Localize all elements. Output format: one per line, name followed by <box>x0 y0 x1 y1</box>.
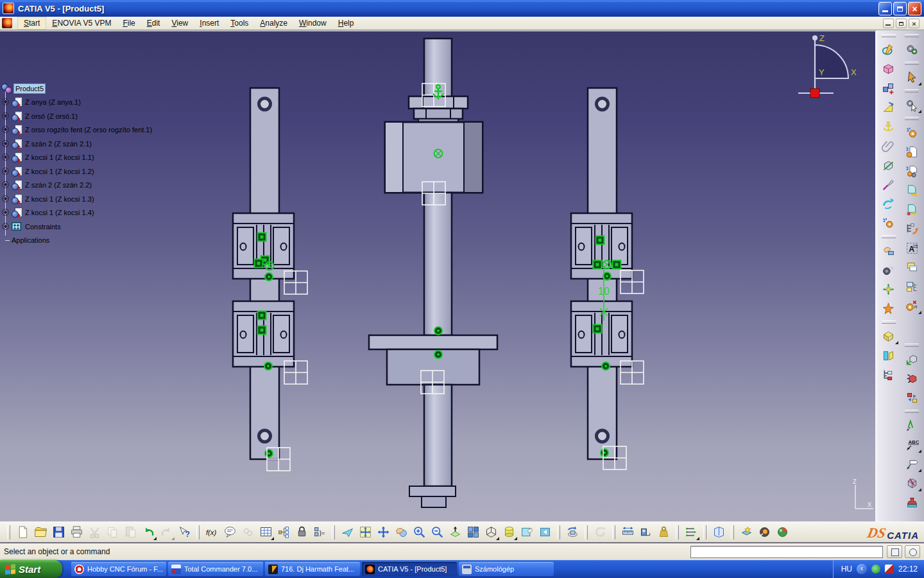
manipulation-icon[interactable] <box>878 241 899 260</box>
language-indicator[interactable]: HU <box>841 565 852 574</box>
start-button[interactable]: Start <box>0 560 62 578</box>
power-input-field[interactable] <box>690 546 883 558</box>
existing-component-positioned-icon[interactable] <box>902 200 922 219</box>
tree-item-z-kocsi-1-2[interactable]: Z kocsi 1 (Z kocsi 1.2) <box>24 167 96 176</box>
part-icon[interactable] <box>12 152 22 162</box>
fix-constraint-icon[interactable] <box>878 117 899 136</box>
formula-icon[interactable] <box>203 523 221 541</box>
restore-button[interactable] <box>893 2 907 15</box>
right-rail-assembly[interactable] <box>571 88 632 459</box>
tree-item-z-kocsi-1-3[interactable]: Z kocsi 1 (Z kocsi 1.3) <box>24 195 96 204</box>
expand-plus-icon[interactable] <box>2 98 9 105</box>
undo-icon[interactable] <box>139 523 157 541</box>
tree-item-applications[interactable]: Applications <box>10 236 51 245</box>
toolbar-separator[interactable] <box>703 525 706 539</box>
tree-item-z-kocsi-1-4[interactable]: Z kocsi 1 (Z kocsi 1.4) <box>24 208 96 217</box>
scene-graph-icon[interactable] <box>878 365 899 384</box>
taskbar-task-catia[interactable]: CATIA V5 - [Product5] <box>362 562 457 576</box>
taskbar-task-opera[interactable]: Hobby CNC Fórum - F... <box>71 562 166 576</box>
tree-item-z-orso-rogzito-fent[interactable]: Z orso rogzíto fent (Z orso rogzíto fent… <box>24 125 153 134</box>
relations-icon[interactable] <box>275 523 293 541</box>
normal-view-icon[interactable] <box>446 523 464 541</box>
mdi-close-button[interactable]: × <box>909 19 920 28</box>
toolbar-separator[interactable] <box>585 525 588 539</box>
swap-visible-space-icon[interactable] <box>536 523 554 541</box>
toolbar-separator[interactable] <box>882 235 896 238</box>
menu-insert[interactable]: Insert <box>194 17 225 29</box>
offset-dimension-label[interactable]: 10 <box>598 286 610 297</box>
hide-icons-chevron-icon[interactable]: ‹ <box>857 564 867 574</box>
hide-show-icon[interactable] <box>518 523 536 541</box>
multi-view-icon[interactable] <box>464 523 482 541</box>
comment-icon[interactable] <box>221 523 239 541</box>
part-icon[interactable] <box>12 111 22 121</box>
toolbar-separator[interactable] <box>557 525 560 539</box>
toolbar-separator[interactable] <box>905 34 919 37</box>
toolbar-separator[interactable] <box>905 89 919 92</box>
menu-help[interactable]: Help <box>332 17 360 29</box>
expand-plus-icon[interactable] <box>2 195 9 202</box>
explode-icon[interactable] <box>878 279 899 299</box>
whats-this-icon[interactable] <box>175 523 193 541</box>
toolbar-separator[interactable] <box>882 34 896 37</box>
rotate-icon[interactable] <box>392 523 410 541</box>
translate-component-icon[interactable] <box>902 369 922 388</box>
menu-file[interactable]: File <box>117 17 141 29</box>
tray-icon-green[interactable] <box>871 565 880 574</box>
measure-between-icon[interactable] <box>619 523 637 541</box>
part-icon[interactable] <box>12 97 22 107</box>
sectioning-icon[interactable] <box>902 473 922 493</box>
clock[interactable]: 22:12 <box>898 565 918 574</box>
flag-note-icon[interactable] <box>902 454 922 473</box>
toolbar-separator[interactable] <box>196 525 200 539</box>
taskbar-task-winamp[interactable]: 716. Dj Harmath Feat... <box>265 562 360 576</box>
view-compass[interactable]: Z Y X <box>798 33 857 98</box>
axis-system-icon[interactable] <box>902 349 922 369</box>
constraints-list-icon[interactable] <box>682 523 700 541</box>
menu-start[interactable]: Start <box>17 17 46 30</box>
expand-plus-icon[interactable] <box>2 126 9 133</box>
expand-plus-icon[interactable] <box>2 153 9 161</box>
expand-plus-icon[interactable] <box>2 168 9 175</box>
catalog-browser-icon[interactable] <box>710 523 728 541</box>
tree-item-constraints[interactable]: Constraints <box>24 222 62 231</box>
save-icon[interactable] <box>49 523 67 541</box>
taskbar-task-calc[interactable]: Számológép <box>459 562 554 576</box>
tree-item-z-anya[interactable]: Z anya (Z anya.1) <box>24 98 82 107</box>
update-all-icon[interactable] <box>902 40 922 59</box>
menu-edit[interactable]: Edit <box>141 17 166 29</box>
graph-tree-reordering-icon[interactable] <box>902 219 922 238</box>
existing-component-icon[interactable] <box>902 180 922 200</box>
isometric-view-icon[interactable] <box>482 523 500 541</box>
titlebar[interactable]: CATIA V5 - [Product5] × <box>0 0 924 17</box>
new-product-icon[interactable] <box>902 161 922 180</box>
scene-panel-icon[interactable] <box>878 346 899 365</box>
change-constraint-icon[interactable] <box>878 194 899 213</box>
select-icon[interactable] <box>902 67 922 87</box>
component-instantiation-icon[interactable] <box>878 78 899 98</box>
new-component-icon[interactable] <box>902 123 922 142</box>
measure-item-icon[interactable] <box>637 523 654 541</box>
tree-item-z-orso[interactable]: Z orsó (Z orsó.1) <box>24 112 79 121</box>
mdi-minimize-button[interactable] <box>883 19 894 28</box>
fit-all-in-icon[interactable] <box>356 523 374 541</box>
toolbar-separator[interactable] <box>332 525 335 539</box>
part-icon[interactable] <box>12 194 22 204</box>
measure-angle-tool-icon[interactable] <box>902 416 922 435</box>
product-root-icon[interactable] <box>1 83 12 93</box>
equivalent-dimensions-icon[interactable] <box>311 523 329 541</box>
coincidence-constraint-icon[interactable] <box>878 136 899 155</box>
toolbar-separator[interactable] <box>905 62 919 65</box>
snap-components-icon[interactable] <box>902 388 922 407</box>
turntable-icon[interactable] <box>563 523 581 541</box>
expand-plus-icon[interactable] <box>2 181 9 188</box>
part-icon[interactable] <box>12 125 22 135</box>
manage-representations-icon[interactable] <box>902 258 922 277</box>
toolbar-separator[interactable] <box>905 410 919 413</box>
menu-window[interactable]: Window <box>293 17 332 29</box>
stop-manipulate-icon[interactable] <box>878 299 899 318</box>
clash-analysis-icon[interactable] <box>902 493 922 512</box>
ball-screw-assembly[interactable] <box>369 39 497 507</box>
photo-studio-icon[interactable] <box>737 523 755 541</box>
new-document-icon[interactable] <box>13 523 31 541</box>
